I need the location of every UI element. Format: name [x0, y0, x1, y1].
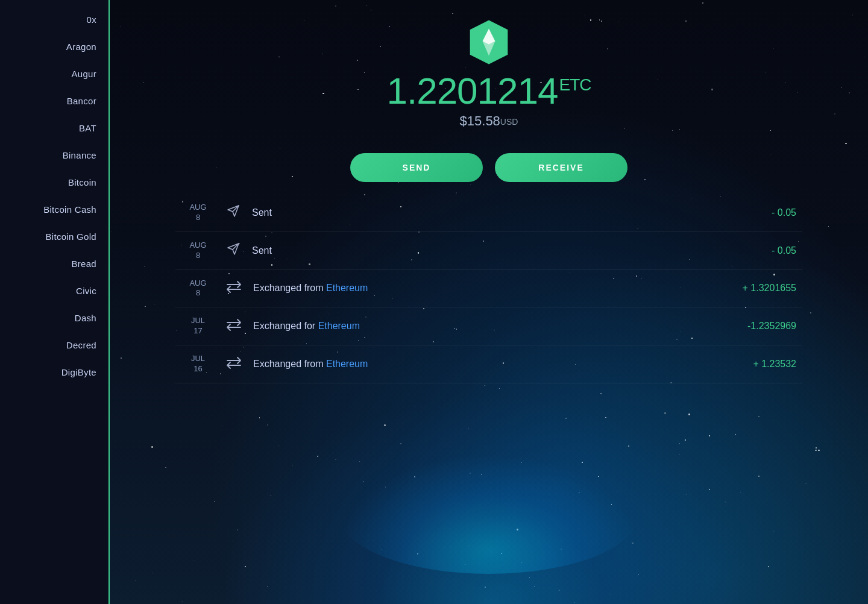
sidebar-item-bancor[interactable]: Bancor [0, 87, 108, 115]
tx-amount-1: - 0.05 [724, 245, 796, 256]
transaction-row-2: AUG8 Exchanged from Ethereum+ 1.3201655 [175, 270, 802, 308]
coin-header: 1.2201214ETC $15.58USD [386, 0, 591, 129]
transaction-row-1: AUG8 Sent- 0.05 [175, 232, 802, 270]
transaction-row-0: AUG8 Sent- 0.05 [175, 194, 802, 232]
sidebar-item-binance[interactable]: Binance [0, 142, 108, 169]
sidebar-item-bat[interactable]: BAT [0, 115, 108, 142]
tx-desc-2: Exchanged from Ethereum [253, 283, 724, 294]
tx-link-3[interactable]: Ethereum [318, 321, 360, 331]
sidebar-item-dash[interactable]: Dash [0, 304, 108, 332]
transactions-list: AUG8 Sent- 0.05AUG8 Sent- 0.05AUG8 Excha… [157, 194, 820, 383]
sidebar-item-bitcoin[interactable]: Bitcoin [0, 169, 108, 196]
tx-icon-0 [225, 203, 241, 222]
sidebar-item-civic[interactable]: Civic [0, 277, 108, 304]
balance-amount: 1.2201214 [386, 70, 558, 112]
sidebar-item-0x[interactable]: 0x [0, 6, 108, 33]
coin-icon [465, 18, 513, 66]
action-buttons: SEND RECEIVE [350, 153, 627, 182]
sidebar-item-bitcoin-gold[interactable]: Bitcoin Gold [0, 223, 108, 250]
tx-amount-3: -1.2352969 [724, 321, 796, 332]
content-overlay: 1.2201214ETC $15.58USD SEND RECEIVE AUG8… [110, 0, 868, 604]
tx-date-4: JUL16 [181, 354, 215, 374]
transaction-row-3: JUL17 Exchanged for Ethereum-1.2352969 [175, 307, 802, 345]
sidebar-item-decred[interactable]: Decred [0, 332, 108, 359]
sidebar-item-bitcoin-cash[interactable]: Bitcoin Cash [0, 196, 108, 223]
usd-amount: $15.58 [460, 113, 500, 128]
tx-link-4[interactable]: Ethereum [326, 359, 368, 369]
tx-icon-4 [225, 356, 242, 373]
tx-icon-1 [225, 241, 241, 260]
tx-amount-2: + 1.3201655 [724, 283, 796, 294]
tx-desc-4: Exchanged from Ethereum [253, 359, 724, 370]
send-button[interactable]: SEND [350, 153, 483, 182]
tx-link-2[interactable]: Ethereum [326, 283, 368, 293]
tx-icon-2 [225, 280, 242, 297]
tx-desc-3: Exchanged for Ethereum [253, 321, 724, 332]
tx-date-0: AUG8 [181, 203, 215, 223]
sidebar-item-bread[interactable]: Bread [0, 250, 108, 277]
usd-label: USD [500, 117, 518, 127]
tx-date-3: JUL17 [181, 316, 215, 336]
tx-desc-0: Sent [252, 207, 724, 218]
sidebar: 0xAragonAugurBancorBATBinanceBitcoinBitc… [0, 0, 110, 604]
usd-value: $15.58USD [460, 113, 518, 129]
main-content: 1.2201214ETC $15.58USD SEND RECEIVE AUG8… [110, 0, 868, 604]
tx-amount-4: + 1.23532 [724, 359, 796, 370]
tx-date-2: AUG8 [181, 278, 215, 299]
tx-amount-0: - 0.05 [724, 207, 796, 218]
sidebar-item-aragon[interactable]: Aragon [0, 33, 108, 60]
sidebar-item-digibyte[interactable]: DigiByte [0, 359, 108, 386]
transaction-row-4: JUL16 Exchanged from Ethereum+ 1.23532 [175, 345, 802, 383]
currency-symbol: ETC [559, 75, 591, 94]
sidebar-item-augur[interactable]: Augur [0, 60, 108, 87]
tx-date-1: AUG8 [181, 241, 215, 261]
coin-balance: 1.2201214ETC [386, 72, 591, 110]
tx-desc-1: Sent [252, 245, 724, 256]
receive-button[interactable]: RECEIVE [495, 153, 627, 182]
tx-icon-3 [225, 318, 242, 335]
